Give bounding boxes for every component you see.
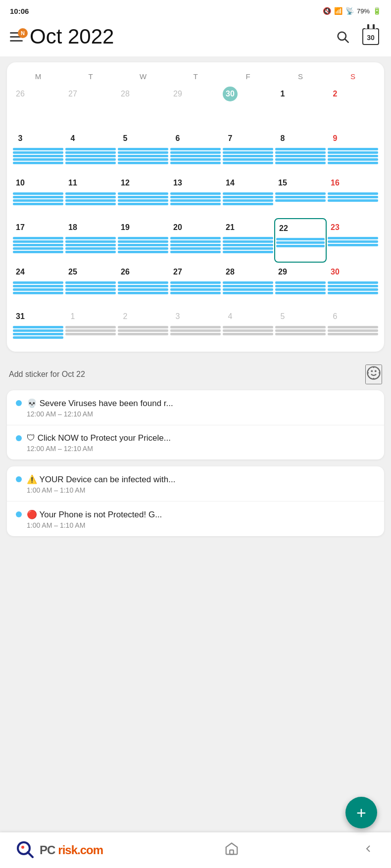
cal-cell-3[interactable]: 3 (12, 129, 64, 174)
cal-cell-26[interactable]: 26 (117, 263, 169, 307)
cal-cell-4[interactable]: 4 (64, 129, 117, 174)
cal-cell-15[interactable]: 15 (274, 174, 327, 218)
cal-day-28: 28 (223, 265, 238, 279)
calendar-week-6: 31 1 2 3 (12, 307, 379, 352)
cal-cell-6[interactable]: 6 (169, 129, 222, 174)
cal-cell-28[interactable]: 28 (222, 263, 274, 307)
cal-day-30-today: 30 (223, 87, 238, 101)
cal-cell-29[interactable]: 29 (274, 263, 327, 307)
event-lines-13 (170, 192, 221, 205)
cal-cell-17[interactable]: 17 (12, 218, 64, 263)
cal-day-7: 7 (223, 131, 238, 146)
header: N Oct 2022 30 (0, 20, 391, 56)
cal-cell-6-nov[interactable]: 6 (327, 307, 379, 352)
event-content-4: 🔴 Your Phone is not Protected! G... 1:00… (27, 509, 375, 529)
event-lines-14 (223, 192, 273, 205)
event-item-2[interactable]: 🛡 Click NOW to Protect your Pricele... 1… (7, 425, 384, 459)
cal-cell-27[interactable]: 27 (169, 263, 222, 307)
svg-point-7 (21, 846, 24, 849)
calendar-today-button[interactable]: 30 (360, 26, 381, 47)
cal-day-22: 22 (276, 221, 291, 236)
event-item-3[interactable]: ⚠️ YOUR Device can be infected with... 1… (7, 466, 384, 502)
cal-day-24: 24 (13, 265, 28, 279)
event-lines-23 (328, 237, 378, 246)
logo-risk-text: risk.com (58, 843, 103, 857)
cal-cell-2-oct[interactable]: 2 (327, 85, 379, 129)
cal-day-31: 31 (13, 309, 28, 324)
cal-header-sun: S (327, 70, 379, 83)
search-button[interactable] (334, 28, 351, 46)
cal-cell-8[interactable]: 8 (274, 129, 327, 174)
cal-day-15: 15 (275, 176, 290, 190)
cal-cell-12[interactable]: 12 (117, 174, 169, 218)
event-lines-6 (170, 148, 221, 164)
cal-cell-19[interactable]: 19 (117, 218, 169, 263)
cal-cell-16[interactable]: 16 (327, 174, 379, 218)
cal-day-2-nov: 2 (118, 309, 133, 324)
cal-cell-25[interactable]: 25 (64, 263, 117, 307)
cal-cell-30[interactable]: 30 (327, 263, 379, 307)
event-item-4[interactable]: 🔴 Your Phone is not Protected! G... 1:00… (7, 502, 384, 536)
event-lines-3 (13, 148, 63, 164)
cal-cell-24[interactable]: 24 (12, 263, 64, 307)
cal-cell-2-nov[interactable]: 2 (117, 307, 169, 352)
cal-header-tue: T (64, 70, 117, 83)
event-content-1: 💀 Severe Viruses have been found r... 12… (27, 398, 375, 418)
cal-cell-31[interactable]: 31 (12, 307, 64, 352)
event-time-2: 12:00 AM – 12:10 AM (27, 445, 375, 453)
cal-day-1: 1 (275, 87, 290, 101)
menu-button-wrap[interactable]: N (10, 32, 23, 42)
cal-day-5: 5 (118, 131, 133, 146)
event-time-4: 1:00 AM – 1:10 AM (27, 521, 375, 529)
cal-cell-1-nov[interactable]: 1 (64, 307, 117, 352)
calendar-day-number: 30 (367, 34, 375, 42)
cal-cell-13[interactable]: 13 (169, 174, 222, 218)
back-button[interactable] (360, 841, 376, 860)
svg-line-8 (28, 852, 33, 857)
event-content-2: 🛡 Click NOW to Protect your Pricele... 1… (27, 433, 375, 453)
cal-cell-1-oct[interactable]: 1 (274, 85, 327, 129)
cal-cell-5-nov[interactable]: 5 (274, 307, 327, 352)
cal-cell-9[interactable]: 9 (327, 129, 379, 174)
cal-day-3-nov: 3 (170, 309, 185, 324)
header-icons: 30 (334, 26, 381, 47)
cal-cell-22-selected[interactable]: 22 (274, 218, 327, 263)
cal-cell-20[interactable]: 20 (169, 218, 222, 263)
event-content-3: ⚠️ YOUR Device can be infected with... 1… (27, 474, 375, 494)
battery-icon: 🔋 (373, 7, 381, 15)
cal-cell-23[interactable]: 23 (327, 218, 379, 263)
cal-day-28-prev: 28 (118, 87, 133, 101)
event-lines-19 (118, 237, 168, 253)
home-button[interactable] (222, 839, 241, 862)
cal-cell-7[interactable]: 7 (222, 129, 274, 174)
cal-cell-29-sep[interactable]: 29 (169, 85, 222, 129)
cal-cell-11[interactable]: 11 (64, 174, 117, 218)
cal-day-12: 12 (118, 176, 133, 190)
header-title: Oct 2022 (30, 25, 327, 48)
calendar-week-5: 24 25 26 (12, 263, 379, 307)
calendar-day-headers: M T W T F S S (12, 70, 379, 83)
sticker-button[interactable] (365, 365, 382, 384)
cal-cell-3-nov[interactable]: 3 (169, 307, 222, 352)
cal-cell-5[interactable]: 5 (117, 129, 169, 174)
add-event-fab[interactable]: + (345, 797, 377, 828)
event-dot-1 (16, 400, 22, 406)
event-lines-22 (276, 238, 325, 247)
cal-cell-4-nov[interactable]: 4 (222, 307, 274, 352)
cal-day-1-nov: 1 (65, 309, 80, 324)
cal-cell-18[interactable]: 18 (64, 218, 117, 263)
event-lines-7 (223, 148, 273, 164)
cal-cell-28-sep[interactable]: 28 (117, 85, 169, 129)
pcrisk-logo: PCrisk.com (15, 839, 103, 861)
event-item-1[interactable]: 💀 Severe Viruses have been found r... 12… (7, 390, 384, 425)
cal-cell-21[interactable]: 21 (222, 218, 274, 263)
event-lines-31 (13, 326, 63, 339)
cal-cell-26-sep[interactable]: 26 (12, 85, 64, 129)
event-title-2: 🛡 Click NOW to Protect your Pricele... (27, 433, 375, 443)
cal-cell-14[interactable]: 14 (222, 174, 274, 218)
cal-cell-10[interactable]: 10 (12, 174, 64, 218)
cal-cell-27-sep[interactable]: 27 (64, 85, 117, 129)
event-dot-2 (16, 435, 22, 441)
cal-cell-30-sep[interactable]: 30 (222, 85, 274, 129)
cal-day-27: 27 (170, 265, 185, 279)
